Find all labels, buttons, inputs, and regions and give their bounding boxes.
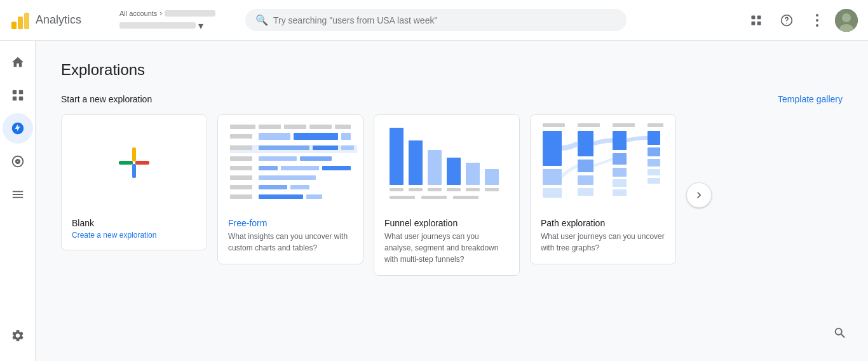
svg-rect-53	[409, 140, 423, 185]
svg-rect-30	[294, 133, 338, 140]
blank-card[interactable]: Blank Create a new exploration	[61, 114, 207, 250]
svg-rect-16	[18, 90, 22, 94]
logo-area: Analytics	[10, 10, 112, 31]
svg-rect-71	[543, 131, 562, 166]
svg-rect-24	[259, 125, 281, 129]
svg-rect-41	[259, 166, 278, 170]
svg-rect-75	[578, 160, 593, 172]
account-dropdown-arrow[interactable]: ▾	[198, 20, 203, 32]
all-accounts-label[interactable]: All accounts	[119, 10, 157, 17]
sidebar-item-configure[interactable]	[3, 179, 33, 210]
svg-rect-35	[313, 146, 338, 150]
sidebar-item-reports[interactable]	[3, 80, 33, 111]
svg-rect-6	[757, 21, 761, 25]
svg-rect-50	[259, 194, 303, 199]
next-button[interactable]	[686, 182, 712, 208]
search-input[interactable]	[273, 15, 616, 25]
settings-button[interactable]	[3, 320, 33, 351]
page-title: Explorations	[61, 61, 843, 79]
svg-rect-27	[335, 125, 351, 129]
svg-rect-47	[259, 185, 287, 189]
sidebar-item-explore[interactable]	[3, 113, 33, 144]
svg-rect-86	[648, 169, 660, 175]
svg-rect-17	[12, 97, 16, 100]
help-button[interactable]	[774, 8, 799, 33]
freeform-preview-svg	[224, 118, 357, 207]
funnel-card-desc: What user journeys can you analyse, segm…	[384, 231, 509, 265]
svg-rect-76	[578, 175, 593, 185]
sidebar-item-advertising[interactable]	[3, 146, 33, 177]
svg-rect-52	[390, 128, 403, 185]
svg-rect-28	[230, 134, 252, 139]
freeform-card-preview	[218, 115, 363, 210]
svg-rect-23	[230, 125, 255, 129]
svg-rect-80	[613, 168, 627, 177]
main-content: Explorations Start a new exploration Tem…	[36, 41, 868, 361]
breadcrumb-chevron: ›	[159, 9, 162, 18]
svg-rect-21	[132, 147, 136, 161]
svg-rect-29	[259, 133, 290, 140]
advertising-icon	[11, 154, 25, 168]
svg-rect-48	[290, 185, 309, 189]
account-sub: ▾	[119, 20, 227, 32]
svg-rect-25	[284, 125, 306, 129]
svg-rect-43	[322, 166, 351, 170]
sidebar-bottom	[3, 320, 33, 356]
svg-rect-39	[300, 156, 332, 161]
svg-rect-15	[12, 90, 16, 94]
svg-rect-22	[132, 164, 136, 178]
svg-rect-18	[18, 97, 22, 100]
svg-rect-60	[428, 188, 442, 191]
svg-rect-70	[648, 123, 663, 127]
blank-card-preview	[62, 115, 207, 210]
blank-card-link[interactable]: Create a new exploration	[72, 231, 196, 240]
apps-button[interactable]	[743, 8, 769, 33]
svg-rect-84	[648, 147, 660, 156]
svg-rect-69	[613, 123, 635, 127]
svg-point-11	[816, 24, 818, 27]
bottom-search-button[interactable]	[827, 320, 853, 346]
svg-rect-73	[543, 188, 562, 198]
avatar[interactable]	[835, 9, 858, 32]
svg-point-8	[786, 22, 787, 24]
svg-rect-54	[428, 150, 442, 185]
svg-rect-66	[453, 196, 478, 199]
svg-rect-49	[230, 194, 252, 199]
svg-rect-40	[230, 166, 252, 170]
svg-rect-83	[648, 131, 660, 145]
svg-rect-2	[24, 13, 29, 29]
search-icon: 🔍	[255, 14, 268, 26]
svg-rect-1	[18, 17, 23, 29]
svg-rect-45	[259, 175, 316, 180]
svg-rect-57	[485, 169, 499, 185]
gear-icon	[11, 329, 25, 343]
funnel-preview-svg	[380, 118, 513, 207]
more-icon	[816, 14, 818, 27]
sidebar-item-home[interactable]	[3, 47, 33, 78]
topbar-actions	[743, 8, 858, 33]
svg-rect-67	[543, 123, 565, 127]
svg-rect-46	[230, 185, 252, 189]
svg-rect-55	[447, 158, 461, 185]
svg-rect-38	[259, 156, 297, 161]
svg-rect-36	[341, 146, 354, 150]
funnel-card[interactable]: Funnel exploration What user journeys ca…	[374, 114, 520, 276]
path-card[interactable]: Path exploration What user journeys can …	[530, 114, 676, 264]
svg-rect-68	[578, 123, 600, 127]
search-bar[interactable]: 🔍	[245, 9, 627, 31]
freeform-card[interactable]: Free-form What insights can you uncover …	[217, 114, 363, 264]
template-gallery-link[interactable]: Template gallery	[778, 94, 843, 104]
svg-rect-20	[135, 161, 149, 165]
account-name-blurred	[165, 10, 215, 17]
svg-rect-58	[390, 188, 403, 191]
path-card-preview	[531, 115, 675, 210]
account-breadcrumb: All accounts › ▾	[119, 9, 227, 32]
svg-rect-31	[341, 133, 351, 140]
svg-rect-61	[447, 188, 461, 191]
svg-rect-56	[466, 163, 480, 185]
svg-rect-19	[119, 161, 133, 165]
more-button[interactable]	[804, 8, 830, 33]
funnel-card-info: Funnel exploration What user journeys ca…	[374, 210, 519, 275]
path-card-desc: What user journeys can you uncover with …	[541, 231, 665, 254]
svg-rect-4	[757, 15, 761, 19]
